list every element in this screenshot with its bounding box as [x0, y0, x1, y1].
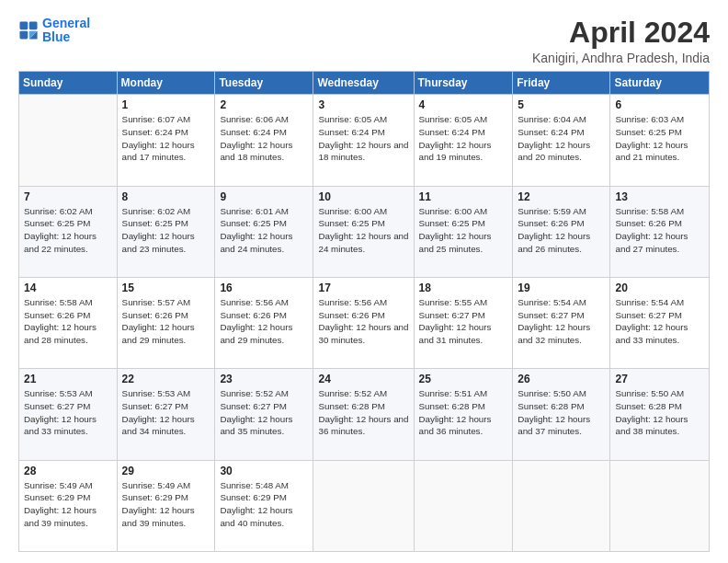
cell-day-number: 12: [518, 190, 605, 203]
cell-day-number: 17: [318, 282, 408, 294]
cell-info: Sunrise: 5:49 AMSunset: 6:29 PMDaylight:…: [122, 479, 210, 530]
cell-day-number: 16: [220, 282, 308, 294]
cell-day-number: 14: [24, 282, 112, 294]
col-sunday: Sunday: [19, 72, 118, 95]
svg-rect-0: [19, 22, 28, 30]
cell-info: Sunrise: 6:00 AMSunset: 6:25 PMDaylight:…: [419, 205, 508, 256]
weekday-row: Sunday Monday Tuesday Wednesday Thursday…: [19, 72, 710, 95]
cell-day-number: 23: [220, 373, 308, 385]
location: Kanigiri, Andhra Pradesh, India: [532, 51, 710, 65]
cell-day-number: 26: [518, 373, 605, 385]
calendar-cell: [610, 460, 710, 551]
cell-day-number: 5: [518, 98, 605, 111]
col-monday: Monday: [117, 72, 215, 95]
calendar-cell: 13 Sunrise: 5:58 AMSunset: 6:26 PMDaylig…: [610, 186, 710, 277]
cell-info: Sunrise: 5:58 AMSunset: 6:26 PMDaylight:…: [24, 296, 112, 347]
cell-day-number: 15: [122, 282, 210, 294]
calendar-cell: [313, 460, 414, 551]
calendar-cell: 27 Sunrise: 5:50 AMSunset: 6:28 PMDaylig…: [610, 369, 710, 460]
cell-info: Sunrise: 6:05 AMSunset: 6:24 PMDaylight:…: [318, 113, 408, 164]
cell-info: Sunrise: 6:02 AMSunset: 6:25 PMDaylight:…: [122, 205, 210, 256]
cell-day-number: 4: [419, 98, 508, 111]
calendar-cell: 23 Sunrise: 5:52 AMSunset: 6:27 PMDaylig…: [215, 369, 313, 460]
calendar-cell: 18 Sunrise: 5:55 AMSunset: 6:27 PMDaylig…: [414, 277, 513, 368]
cell-day-number: 13: [615, 190, 704, 203]
col-wednesday: Wednesday: [313, 72, 414, 95]
calendar-cell: 14 Sunrise: 5:58 AMSunset: 6:26 PMDaylig…: [19, 277, 118, 368]
calendar-cell: 11 Sunrise: 6:00 AMSunset: 6:25 PMDaylig…: [414, 186, 513, 277]
cell-info: Sunrise: 5:50 AMSunset: 6:28 PMDaylight:…: [518, 387, 605, 438]
cell-day-number: 24: [318, 373, 408, 385]
cell-day-number: 22: [122, 373, 210, 385]
header-right: April 2024 Kanigiri, Andhra Pradesh, Ind…: [532, 17, 710, 65]
cell-day-number: 3: [318, 98, 408, 111]
calendar-cell: 28 Sunrise: 5:49 AMSunset: 6:29 PMDaylig…: [19, 460, 118, 551]
calendar-cell: 9 Sunrise: 6:01 AMSunset: 6:25 PMDayligh…: [215, 186, 313, 277]
calendar-cell: 29 Sunrise: 5:49 AMSunset: 6:29 PMDaylig…: [117, 460, 215, 551]
cell-day-number: 8: [122, 190, 210, 203]
cell-day-number: 25: [419, 373, 508, 385]
calendar-cell: 10 Sunrise: 6:00 AMSunset: 6:25 PMDaylig…: [313, 186, 414, 277]
calendar-week-row: 21 Sunrise: 5:53 AMSunset: 6:27 PMDaylig…: [19, 369, 710, 460]
col-saturday: Saturday: [610, 72, 710, 95]
svg-rect-1: [29, 22, 38, 30]
cell-day-number: 19: [518, 282, 605, 294]
logo-blue: Blue: [42, 29, 70, 44]
calendar-header: Sunday Monday Tuesday Wednesday Thursday…: [19, 72, 710, 95]
cell-day-number: 27: [615, 373, 704, 385]
cell-day-number: 6: [615, 98, 704, 111]
col-friday: Friday: [513, 72, 610, 95]
calendar-cell: 3 Sunrise: 6:05 AMSunset: 6:24 PMDayligh…: [313, 95, 414, 186]
cell-info: Sunrise: 5:54 AMSunset: 6:27 PMDaylight:…: [615, 296, 704, 347]
cell-info: Sunrise: 5:59 AMSunset: 6:26 PMDaylight:…: [518, 205, 605, 256]
calendar-cell: 26 Sunrise: 5:50 AMSunset: 6:28 PMDaylig…: [513, 369, 610, 460]
calendar-cell: 25 Sunrise: 5:51 AMSunset: 6:28 PMDaylig…: [414, 369, 513, 460]
calendar: Sunday Monday Tuesday Wednesday Thursday…: [18, 71, 710, 552]
calendar-cell: [414, 460, 513, 551]
cell-info: Sunrise: 5:52 AMSunset: 6:28 PMDaylight:…: [318, 387, 408, 438]
calendar-cell: [19, 95, 118, 186]
logo-icon: [18, 20, 39, 40]
cell-info: Sunrise: 5:53 AMSunset: 6:27 PMDaylight:…: [24, 387, 112, 438]
logo: General Blue: [18, 17, 90, 45]
month-title: April 2024: [532, 17, 710, 49]
cell-info: Sunrise: 5:56 AMSunset: 6:26 PMDaylight:…: [318, 296, 408, 347]
calendar-cell: 6 Sunrise: 6:03 AMSunset: 6:25 PMDayligh…: [610, 95, 710, 186]
cell-info: Sunrise: 5:52 AMSunset: 6:27 PMDaylight:…: [220, 387, 308, 438]
calendar-cell: 24 Sunrise: 5:52 AMSunset: 6:28 PMDaylig…: [313, 369, 414, 460]
calendar-cell: 20 Sunrise: 5:54 AMSunset: 6:27 PMDaylig…: [610, 277, 710, 368]
cell-day-number: 7: [24, 190, 112, 203]
cell-info: Sunrise: 6:02 AMSunset: 6:25 PMDaylight:…: [24, 205, 112, 256]
cell-day-number: 11: [419, 190, 508, 203]
cell-info: Sunrise: 6:06 AMSunset: 6:24 PMDaylight:…: [220, 113, 308, 164]
calendar-cell: 5 Sunrise: 6:04 AMSunset: 6:24 PMDayligh…: [513, 95, 610, 186]
calendar-week-row: 14 Sunrise: 5:58 AMSunset: 6:26 PMDaylig…: [19, 277, 710, 368]
cell-day-number: 30: [220, 465, 308, 477]
cell-day-number: 2: [220, 98, 308, 111]
cell-day-number: 1: [122, 98, 210, 111]
calendar-week-row: 1 Sunrise: 6:07 AMSunset: 6:24 PMDayligh…: [19, 95, 710, 186]
calendar-cell: 16 Sunrise: 5:56 AMSunset: 6:26 PMDaylig…: [215, 277, 313, 368]
calendar-cell: 21 Sunrise: 5:53 AMSunset: 6:27 PMDaylig…: [19, 369, 118, 460]
cell-info: Sunrise: 5:53 AMSunset: 6:27 PMDaylight:…: [122, 387, 210, 438]
calendar-cell: 15 Sunrise: 5:57 AMSunset: 6:26 PMDaylig…: [117, 277, 215, 368]
cell-info: Sunrise: 6:04 AMSunset: 6:24 PMDaylight:…: [518, 113, 605, 164]
cell-info: Sunrise: 5:51 AMSunset: 6:28 PMDaylight:…: [419, 387, 508, 438]
top-section: General Blue April 2024 Kanigiri, Andhra…: [18, 17, 710, 65]
cell-info: Sunrise: 5:54 AMSunset: 6:27 PMDaylight:…: [518, 296, 605, 347]
svg-rect-2: [19, 31, 28, 40]
cell-info: Sunrise: 5:49 AMSunset: 6:29 PMDaylight:…: [24, 479, 112, 530]
calendar-cell: 8 Sunrise: 6:02 AMSunset: 6:25 PMDayligh…: [117, 186, 215, 277]
logo-text: General Blue: [42, 17, 90, 45]
calendar-cell: 1 Sunrise: 6:07 AMSunset: 6:24 PMDayligh…: [117, 95, 215, 186]
cell-day-number: 28: [24, 465, 112, 477]
cell-info: Sunrise: 6:07 AMSunset: 6:24 PMDaylight:…: [122, 113, 210, 164]
cell-info: Sunrise: 5:55 AMSunset: 6:27 PMDaylight:…: [419, 296, 508, 347]
cell-info: Sunrise: 5:50 AMSunset: 6:28 PMDaylight:…: [615, 387, 704, 438]
cell-day-number: 18: [419, 282, 508, 294]
cell-day-number: 20: [615, 282, 704, 294]
calendar-cell: 17 Sunrise: 5:56 AMSunset: 6:26 PMDaylig…: [313, 277, 414, 368]
page: General Blue April 2024 Kanigiri, Andhra…: [0, 0, 728, 563]
cell-info: Sunrise: 6:01 AMSunset: 6:25 PMDaylight:…: [220, 205, 308, 256]
cell-day-number: 21: [24, 373, 112, 385]
